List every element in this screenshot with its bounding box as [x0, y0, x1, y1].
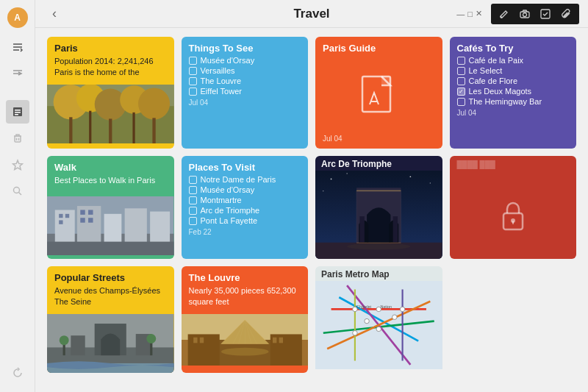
checkbox-arc [189, 207, 197, 215]
svg-rect-31 [152, 118, 155, 143]
sidebar-sort-icon[interactable] [6, 35, 29, 59]
card-locked[interactable]: ████ ███ [450, 156, 577, 259]
card-cafes[interactable]: Cafés To Try Café de la Paix Le Select C… [450, 37, 577, 149]
card-paris-guide[interactable]: Paris Guide Jul 04 [315, 37, 442, 149]
toolbar-edit-button[interactable] [494, 4, 514, 24]
svg-point-60 [323, 190, 323, 191]
card-arc[interactable]: Arc De Triomphe [315, 156, 442, 259]
card-walk[interactable]: Walk Best Places to Walk in Paris [47, 156, 174, 259]
card-metro-title: Paris Metro Map [321, 269, 437, 279]
svg-point-55 [347, 243, 410, 250]
checkbox-le-select [457, 67, 465, 75]
svg-rect-30 [132, 113, 135, 143]
card-arc-title: Arc De Triomphe [321, 159, 437, 169]
svg-rect-90 [279, 338, 282, 343]
card-places[interactable]: Places To Visit Notre Dame de Paris Musé… [182, 156, 309, 259]
check-musee2: Musée d'Orsay [189, 185, 301, 194]
card-paris[interactable]: Paris Population 2014: 2,241,246Paris is… [47, 37, 174, 149]
svg-rect-28 [89, 110, 91, 143]
check-cafe-paix: Café de la Paix [457, 56, 570, 65]
sidebar-sort2-icon[interactable] [6, 62, 29, 85]
check-versailles: Versailles [189, 66, 301, 75]
svg-rect-41 [150, 212, 170, 242]
svg-rect-27 [69, 117, 72, 143]
card-things-date: Jul 04 [189, 99, 301, 107]
check-deux-magots: Les Deux Magots [457, 87, 570, 96]
avatar[interactable]: A [7, 7, 28, 28]
card-paris-title: Paris [54, 43, 167, 54]
svg-rect-61 [356, 190, 401, 192]
card-arc-title-area: Arc De Triomphe [315, 156, 442, 171]
svg-rect-54 [393, 216, 398, 243]
card-louvre-body: Nearly 35,000 pieces 652,300 square feet [189, 285, 301, 308]
sidebar: A [0, 0, 35, 392]
card-metro-image: Châtelet Nation [315, 281, 442, 369]
checkbox-cafe-flore [457, 77, 465, 85]
svg-point-104 [376, 327, 381, 331]
card-things-to-see[interactable]: Things To See Musée d'Orsay Versailles T… [182, 37, 309, 149]
check-pont: Pont La Fayette [189, 216, 301, 225]
checkbox-pont [189, 217, 197, 225]
svg-marker-12 [12, 160, 22, 170]
sidebar-trash-icon[interactable] [6, 126, 29, 150]
svg-rect-48 [88, 218, 93, 222]
svg-rect-39 [104, 214, 122, 242]
checkbox-deux-magots [457, 88, 465, 96]
card-locked-icon [450, 173, 577, 259]
svg-rect-19 [541, 10, 550, 18]
card-streets-body: Avenue des Champs-ÉlyséesThe Seine [54, 285, 167, 308]
checkbox-eiffel [189, 88, 197, 96]
card-walk-title: Walk [54, 162, 167, 173]
svg-rect-7 [15, 112, 21, 113]
svg-point-106 [392, 315, 397, 319]
card-metro[interactable]: Paris Metro Map [315, 266, 442, 373]
sidebar-search-icon[interactable] [6, 179, 29, 203]
svg-point-57 [346, 173, 347, 174]
check-le-select: Le Select [457, 66, 570, 75]
svg-rect-69 [71, 335, 85, 355]
minimize-button[interactable]: — [456, 7, 465, 21]
card-streets-title: Popular Streets [54, 272, 167, 283]
checkbox-cafe-paix [457, 57, 465, 65]
check-notre-dame: Notre Dame de Paris [189, 175, 301, 184]
svg-point-105 [353, 331, 357, 335]
card-things-title: Things To See [189, 43, 301, 54]
checkbox-hemingway [457, 98, 465, 106]
svg-text:Nation: Nation [380, 304, 392, 309]
back-button[interactable]: ‹ [44, 4, 65, 24]
checkbox-montmartre [189, 196, 197, 204]
checkbox-versailles [189, 67, 197, 75]
svg-point-103 [365, 318, 369, 323]
svg-rect-88 [199, 338, 203, 343]
svg-point-91 [220, 348, 268, 356]
sidebar-sync-icon[interactable] [6, 361, 29, 385]
svg-rect-45 [80, 210, 85, 214]
maximize-button[interactable]: □ [467, 7, 473, 21]
card-popular-streets[interactable]: Popular Streets Avenue des Champs-Élysée… [47, 266, 174, 373]
card-cafes-date: Jul 04 [457, 109, 570, 117]
card-louvre[interactable]: The Louvre Nearly 35,000 pieces 652,300 … [182, 266, 309, 373]
check-the-louvre: The Louvre [189, 76, 301, 85]
svg-rect-71 [63, 343, 65, 355]
sidebar-notes-icon[interactable] [6, 100, 29, 124]
toolbar-checklist-button[interactable] [535, 4, 556, 24]
card-guide-icon-area [315, 62, 442, 132]
cards-grid: Paris Population 2014: 2,241,246Paris is… [47, 37, 576, 373]
svg-rect-33 [381, 76, 390, 85]
toolbar-camera-button[interactable] [514, 4, 535, 24]
card-louvre-title: The Louvre [189, 272, 301, 283]
sidebar-star-icon[interactable] [6, 153, 29, 177]
svg-rect-42 [59, 214, 62, 218]
close-button[interactable]: ✕ [476, 7, 482, 21]
card-walk-body: Best Places to Walk in Paris [54, 175, 167, 186]
svg-rect-65 [512, 221, 514, 224]
svg-point-26 [138, 88, 170, 119]
toolbar-attach-button[interactable] [556, 4, 576, 24]
svg-rect-29 [109, 118, 112, 143]
card-places-title: Places To Visit [189, 162, 301, 173]
card-places-date: Feb 22 [189, 228, 301, 236]
svg-rect-73 [150, 342, 152, 355]
main-area: ‹ Travel — □ ✕ [35, 0, 588, 392]
svg-point-59 [430, 182, 431, 183]
checkbox-notre-dame [189, 176, 197, 184]
